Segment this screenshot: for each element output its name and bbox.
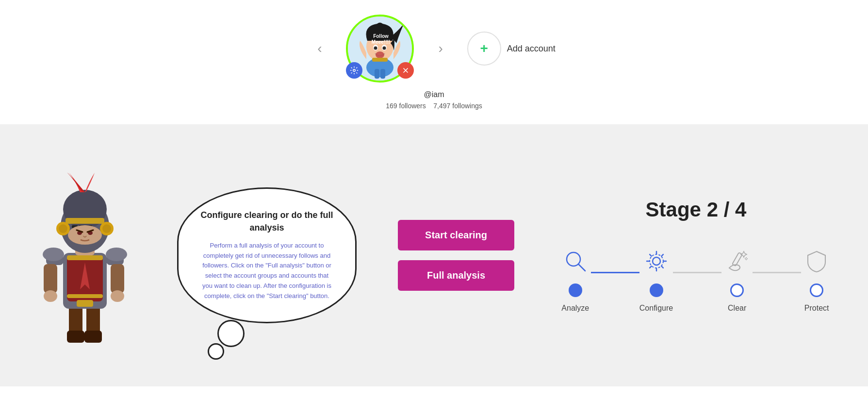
plus-icon: + [480,42,488,55]
svg-point-30 [111,290,124,302]
stage-area: Stage 2 / 4 Analyze [553,198,839,313]
step-dot-configure [650,283,663,297]
bottom-section: Configure clearing or do the full analys… [0,124,868,386]
svg-point-42 [106,248,127,261]
close-icon [402,67,409,74]
protect-icon [801,246,832,277]
followings-count: 7,497 followings [433,102,482,110]
svg-rect-22 [67,294,103,298]
add-account-label: Add account [507,44,556,54]
step-label-configure: Configure [639,304,673,313]
svg-point-29 [44,290,57,302]
step-configure: Configure [639,246,673,313]
knight-character [34,173,131,357]
svg-rect-27 [44,264,57,293]
step-protect: Protect [801,246,832,313]
account-stats: 169 followers 7,497 followings [386,102,482,110]
svg-rect-40 [66,218,104,224]
svg-point-44 [59,224,67,233]
svg-line-48 [578,264,585,271]
svg-rect-11 [372,58,388,62]
account-handle: @iam [386,90,482,99]
configure-icon [641,246,672,277]
stage-title: Stage 2 / 4 [646,198,747,221]
clear-icon [721,246,753,277]
bubble-title: Configure clearing or do the full analys… [200,209,333,233]
svg-rect-4 [380,69,385,79]
svg-rect-21 [67,255,103,260]
speech-bubble: Configure clearing or do the full analys… [177,187,357,323]
start-clearing-button[interactable]: Start clearing [398,220,514,250]
step-analyze: Analyze [560,246,591,313]
action-buttons-area: Start clearing Full analysis [398,220,514,291]
add-account-button[interactable]: + Add account [467,32,556,66]
svg-point-41 [43,248,64,261]
step-label-protect: Protect [804,304,829,313]
svg-rect-18 [84,331,102,343]
svg-rect-3 [375,69,379,79]
prev-arrow[interactable]: ‹ [312,36,327,61]
line-2 [673,272,721,273]
step-clear: Clear [721,246,753,313]
step-dot-clear [730,283,744,297]
svg-rect-17 [67,331,84,343]
knight-area [29,153,136,357]
line-3 [753,272,801,273]
step-dot-analyze [569,283,582,297]
followers-count: 169 followers [386,102,426,110]
bubble-body: Perform a full analysis of your account … [200,241,333,301]
speech-bubble-area: Configure clearing or do the full analys… [175,187,359,323]
next-arrow[interactable]: › [433,36,447,61]
svg-point-46 [102,224,111,233]
step-dot-protect [810,283,823,297]
avatar-wrapper: Follow Meee!!!! [346,15,414,83]
analyze-icon [560,246,591,277]
svg-point-8 [374,47,377,50]
svg-text:Meee!!!!: Meee!!!! [372,39,390,45]
progress-track: Analyze Configure [560,246,832,313]
svg-point-9 [383,47,386,50]
add-account-circle: + [467,32,501,66]
svg-text:Follow: Follow [374,33,389,39]
line-1 [591,272,639,273]
full-analysis-button[interactable]: Full analysis [398,260,514,291]
settings-icon [350,66,359,75]
svg-rect-28 [111,264,124,293]
account-row: ‹ [312,15,556,83]
svg-point-49 [653,257,660,265]
account-info: @iam 169 followers 7,497 followings [386,90,482,110]
svg-point-37 [68,225,102,245]
top-section: ‹ [0,0,868,124]
svg-point-10 [376,51,384,58]
step-label-analyze: Analyze [561,304,589,313]
avatar-close-badge[interactable] [397,62,414,79]
svg-rect-23 [77,300,93,307]
step-label-clear: Clear [728,304,746,313]
svg-point-14 [353,69,356,72]
